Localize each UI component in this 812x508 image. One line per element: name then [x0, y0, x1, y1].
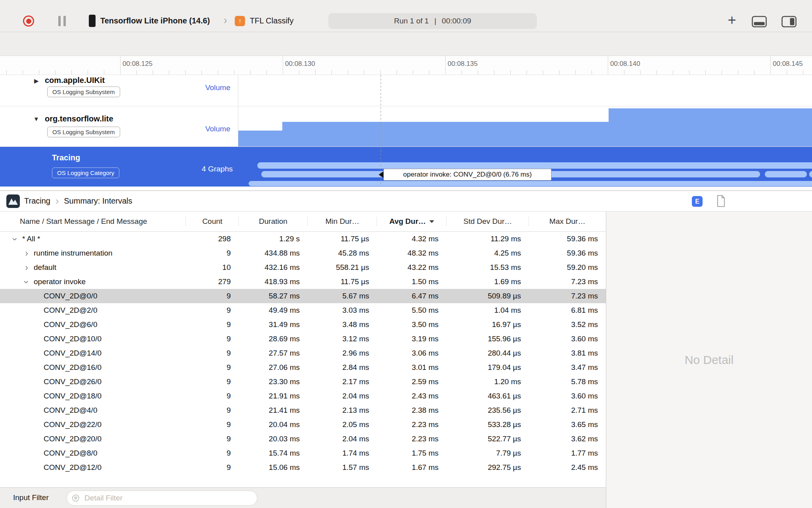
column-header-duration[interactable]: Duration	[239, 212, 308, 231]
detail-breadcrumb-bar: Tracing Summary: Intervals E	[0, 191, 812, 212]
pause-button[interactable]	[58, 16, 66, 26]
record-button[interactable]	[23, 15, 34, 27]
interval-tooltip: operator invoke: CONV_2D@0/0 (6.76 ms)	[383, 169, 552, 181]
track-lane[interactable]	[238, 106, 812, 146]
table-row[interactable]: CONV_2D@4/0921.41 ms2.13 ms2.38 ms235.56…	[0, 403, 606, 418]
track-meta-label[interactable]: 4 Graphs	[202, 165, 233, 173]
extended-detail-button[interactable]: E	[692, 196, 703, 207]
table-body: * All *2981.29 s11.75 µs4.32 ms11.29 ms5…	[0, 232, 606, 487]
detail-pane: No Detail	[606, 212, 812, 508]
track-row-uikit[interactable]: com.apple.UIKit OS Logging Subsystem Vol…	[0, 75, 812, 106]
track-meta-label[interactable]: Volume	[205, 83, 230, 92]
detail-filter-field	[67, 491, 257, 506]
disclosure-chevron-icon[interactable]	[23, 277, 31, 287]
time-tick-label: 00:08.130	[285, 60, 315, 68]
input-filter-label: Input Filter	[13, 493, 49, 502]
major-tick	[120, 56, 121, 75]
disclosure-chevron-icon[interactable]	[23, 262, 31, 273]
app-target-label[interactable]: TFL Classify	[250, 16, 293, 25]
track-row-tensorflow[interactable]: org.tensorflow.lite OS Logging Subsystem…	[0, 106, 812, 147]
track-badge: OS Logging Category	[52, 167, 119, 178]
track-badge: OS Logging Subsystem	[47, 87, 120, 97]
breadcrumb-view[interactable]: Summary: Intervals	[64, 196, 132, 206]
time-tick-label: 00:08.140	[610, 60, 640, 68]
column-header-name[interactable]: Name / Start Message / End Message	[0, 212, 186, 231]
summary-table-pane: Name / Start Message / End Message Count…	[0, 212, 606, 508]
column-header-min[interactable]: Min Dur…	[308, 212, 377, 231]
tracing-instrument-icon	[6, 194, 20, 208]
track-header: org.tensorflow.lite OS Logging Subsystem…	[0, 106, 238, 146]
table-row[interactable]: default10432.16 ms558.21 µs43.22 ms15.53…	[0, 260, 606, 275]
track-lane[interactable]: operator invoke: CONV_2D@0/0 (6.76 ms)	[238, 147, 812, 187]
disclosure-triangle-icon[interactable]	[33, 116, 39, 122]
run-status-pill: Run 1 of 1 | 00:00:09	[328, 13, 537, 29]
main-pane: Name / Start Message / End Message Count…	[0, 212, 812, 508]
track-name: Tracing	[52, 153, 80, 162]
table-row[interactable]: CONV_2D@26/0923.30 ms2.17 ms2.59 ms1.20 …	[0, 375, 606, 389]
pause-bar-icon	[63, 16, 66, 26]
table-row[interactable]: CONV_2D@18/0921.91 ms2.04 ms2.43 ms463.6…	[0, 389, 606, 403]
tooltip-arrow-icon	[379, 171, 383, 178]
major-tick	[283, 56, 283, 75]
track-header: com.apple.UIKit OS Logging Subsystem Vol…	[0, 75, 238, 106]
track-name: org.tensorflow.lite	[45, 114, 113, 123]
device-target-label[interactable]: Tensorflow Lite iPhone (14.6)	[100, 16, 210, 25]
column-header-count[interactable]: Count	[186, 212, 239, 231]
major-tick	[770, 56, 771, 75]
interval-bar	[765, 171, 807, 177]
chevron-right-icon	[56, 196, 59, 206]
track-lane[interactable]	[238, 75, 812, 106]
table-header: Name / Start Message / End Message Count…	[0, 212, 606, 232]
interval-bar	[257, 162, 812, 169]
track-area: com.apple.UIKit OS Logging Subsystem Vol…	[0, 75, 812, 191]
table-row[interactable]: CONV_2D@12/0915.06 ms1.57 ms1.67 ms292.7…	[0, 460, 606, 475]
app-icon	[235, 16, 245, 26]
instruments-window: Tensorflow Lite iPhone (14.6) TFL Classi…	[0, 0, 812, 508]
time-tick-label: 00:08.145	[773, 60, 803, 68]
table-row[interactable]: CONV_2D@8/0915.74 ms1.74 ms1.75 ms7.79 µ…	[0, 446, 606, 460]
interval-bar	[249, 181, 812, 186]
no-detail-label: No Detail	[685, 353, 733, 367]
chevron-right-icon	[224, 14, 227, 27]
track-header: Tracing OS Logging Category 4 Graphs	[0, 147, 238, 187]
column-header-max[interactable]: Max Dur…	[529, 212, 606, 231]
major-tick	[608, 56, 608, 75]
table-row[interactable]: operator invoke279418.93 ms11.75 µs1.50 …	[0, 275, 606, 289]
playhead-line	[381, 75, 381, 187]
add-instrument-button[interactable]	[727, 13, 737, 27]
track-name: com.apple.UIKit	[45, 76, 105, 85]
track-badge: OS Logging Subsystem	[47, 127, 120, 137]
table-row[interactable]: CONV_2D@10/0928.69 ms3.12 ms3.19 ms155.9…	[0, 332, 606, 346]
interval-bar	[809, 171, 812, 177]
detail-filter-input[interactable]	[67, 491, 257, 506]
run-counter: Run 1 of 1	[394, 17, 429, 25]
bottom-filter-bar: Input Filter	[0, 487, 606, 508]
disclosure-triangle-icon[interactable]	[34, 78, 39, 84]
timeline-ruler[interactable]: 00:08.125 00:08.130 00:08.135 00:08.140 …	[0, 56, 812, 75]
table-row[interactable]: CONV_2D@20/0920.03 ms2.04 ms2.23 ms522.7…	[0, 432, 606, 446]
table-row[interactable]: CONV_2D@6/0931.49 ms3.48 ms3.50 ms16.97 …	[0, 318, 606, 332]
column-header-stddev[interactable]: Std Dev Dur…	[446, 212, 529, 231]
toggle-bottom-pane-button[interactable]	[752, 16, 767, 27]
time-tick-label: 00:08.125	[123, 60, 153, 68]
table-row[interactable]: CONV_2D@22/0920.04 ms2.05 ms2.23 ms533.2…	[0, 418, 606, 432]
table-row[interactable]: runtime instrumentation9434.88 ms45.28 m…	[0, 246, 606, 260]
disclosure-chevron-icon[interactable]	[23, 248, 31, 258]
table-row[interactable]: * All *2981.29 s11.75 µs4.32 ms11.29 ms5…	[0, 232, 606, 246]
table-row[interactable]: CONV_2D@16/0927.06 ms2.84 ms3.01 ms179.0…	[0, 360, 606, 375]
pause-bar-icon	[58, 16, 61, 26]
track-meta-label[interactable]: Volume	[205, 125, 230, 133]
track-row-tracing-selected[interactable]: Tracing OS Logging Category 4 Graphs ope…	[0, 147, 812, 187]
run-separator: |	[434, 17, 436, 25]
volume-graph	[238, 106, 812, 146]
table-row-selected[interactable]: CONV_2D@0/0958.27 ms5.67 ms6.47 ms509.89…	[0, 289, 606, 303]
document-icon[interactable]	[716, 195, 726, 207]
disclosure-chevron-icon[interactable]	[11, 234, 19, 244]
breadcrumb-instrument[interactable]: Tracing	[24, 196, 50, 206]
table-row[interactable]: CONV_2D@14/0927.57 ms2.96 ms3.06 ms280.4…	[0, 346, 606, 360]
iphone-device-icon	[89, 15, 96, 27]
toggle-right-pane-button[interactable]	[781, 16, 797, 27]
table-row[interactable]: CONV_2D@2/0949.49 ms3.03 ms5.50 ms1.04 m…	[0, 303, 606, 318]
toolbar: Tensorflow Lite iPhone (14.6) TFL Classi…	[0, 0, 812, 32]
column-header-avg[interactable]: Avg Dur…	[377, 212, 446, 231]
